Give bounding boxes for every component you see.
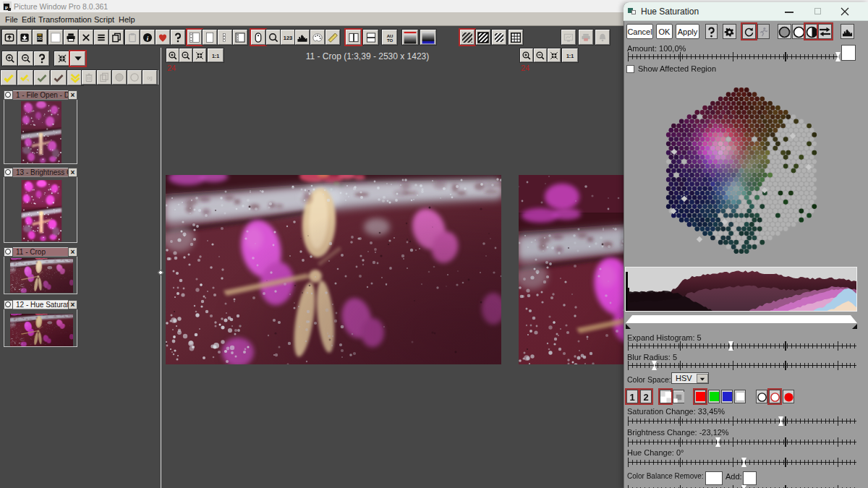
svg-text:1:1: 1:1 [566,53,574,59]
svg-text:TO: TO [386,38,393,42]
svg-text:og: og [147,75,153,81]
svg-text:AU: AU [386,33,393,38]
svg-text:123: 123 [284,35,293,41]
svg-text:1:1: 1:1 [212,53,219,59]
svg-text:SD: SD [37,36,42,40]
